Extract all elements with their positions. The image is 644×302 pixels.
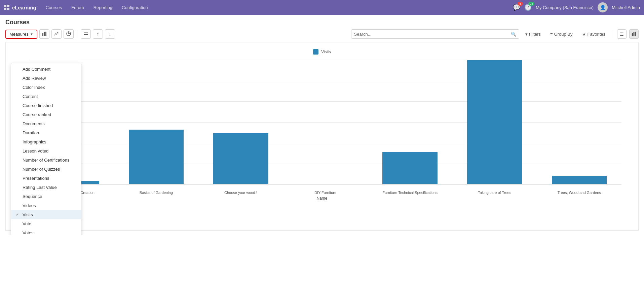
page-content: Courses Measures ▼ [0, 15, 644, 235]
measures-item-label: Color Index [23, 85, 45, 90]
sort-asc-icon: ↑ [97, 31, 99, 37]
x-axis: Basics of Furniture CreationBasics of Ga… [29, 191, 621, 195]
svg-rect-2 [45, 32, 46, 36]
avatar[interactable]: 👤 [598, 2, 608, 12]
topnav: eLearning Courses Forum Reporting Config… [0, 0, 644, 15]
search-bar[interactable]: 🔍 [351, 29, 519, 39]
measures-item-course-ranked[interactable]: Course ranked [11, 110, 81, 119]
svg-rect-9 [634, 32, 635, 36]
measures-item-label: Sequence [23, 194, 42, 199]
measures-item-number-of-certifications[interactable]: Number of Certifications [11, 156, 81, 165]
legend-label: Visits [321, 49, 331, 54]
sort-asc-button[interactable]: ↑ [93, 29, 103, 39]
measures-item-content[interactable]: Content [11, 92, 81, 101]
filters-label: Filters [529, 32, 541, 37]
chart-bar[interactable] [213, 133, 268, 184]
measures-item-color-index[interactable]: Color Index [11, 83, 81, 92]
bar-chart-icon [42, 31, 47, 37]
view-divider [613, 30, 613, 38]
measures-item-label: Number of Quizzes [23, 167, 60, 172]
measures-item-rating-last-value[interactable]: Rating Last Value [11, 183, 81, 192]
bar-group [114, 60, 199, 184]
measures-item-label: Visits [23, 212, 33, 217]
chart-view-button[interactable] [629, 29, 639, 39]
search-icon: 🔍 [511, 32, 516, 37]
measures-item-sequence[interactable]: Sequence [11, 192, 81, 201]
bar-group [283, 60, 368, 184]
pie-chart-type-button[interactable] [64, 29, 74, 39]
bar-group [368, 60, 452, 184]
x-axis-label: Trees, Wood and Gardens [537, 191, 621, 195]
chart-plot: Visits 0 Basics of Furnitur [23, 60, 621, 195]
measures-item-documents[interactable]: Documents [11, 119, 81, 128]
measures-item-course-finished[interactable]: Course finished [11, 101, 81, 110]
measures-item-label: Presentations [23, 176, 49, 181]
chat-badge: 5 [518, 2, 523, 6]
chart-bar[interactable] [129, 130, 184, 184]
svg-rect-7 [84, 32, 88, 33]
bar-group [198, 60, 283, 184]
measures-item-lesson-voted[interactable]: Lesson voted [11, 146, 81, 156]
groupby-button[interactable]: ≡ Group By [547, 30, 576, 38]
measures-item-label: Infographics [23, 139, 46, 144]
measures-item-votes[interactable]: Votes [11, 228, 81, 235]
list-view-button[interactable]: ☰ [617, 29, 627, 39]
clock-icon-badge[interactable]: 🕐 24 [524, 4, 532, 11]
toolbar-left: Measures ▼ [5, 29, 115, 39]
bar-chart-type-button[interactable] [39, 29, 49, 39]
measures-item-label: Number of Certifications [23, 158, 69, 163]
company-name[interactable]: My Company (San Francisco) [536, 5, 594, 10]
x-axis-label: Taking care of Trees [452, 191, 537, 195]
measures-item-label: Add Review [23, 76, 46, 81]
sort-desc-button[interactable]: ↓ [105, 29, 115, 39]
menu-courses[interactable]: Courses [42, 3, 66, 12]
measures-item-label: Course finished [23, 103, 53, 108]
app-logo[interactable]: eLearning [4, 5, 36, 10]
measures-item-label: Lesson voted [23, 148, 48, 154]
chart-legend: Visits [23, 49, 621, 55]
svg-rect-6 [84, 34, 88, 35]
line-chart-type-button[interactable] [51, 29, 62, 39]
measures-item-duration[interactable]: Duration [11, 128, 81, 137]
measures-button[interactable]: Measures ▼ [5, 30, 37, 39]
measures-caret-icon: ▼ [30, 32, 33, 36]
check-icon: ✓ [16, 212, 21, 217]
chart-bar[interactable] [467, 60, 522, 184]
measures-item-label: Duration [23, 130, 39, 135]
stacked-icon [83, 31, 88, 37]
svg-rect-10 [635, 32, 636, 36]
bar-group [452, 60, 537, 184]
menu-configuration[interactable]: Configuration [118, 3, 152, 12]
measures-item-add-review[interactable]: Add Review [11, 74, 81, 83]
measures-item-visits[interactable]: ✓Visits [11, 210, 81, 219]
chart-bar[interactable] [552, 176, 607, 184]
groupby-icon: ≡ [550, 32, 553, 37]
measures-item-number-of-quizzes[interactable]: Number of Quizzes [11, 165, 81, 174]
measures-item-presentations[interactable]: Presentations [11, 174, 81, 183]
search-input[interactable] [354, 32, 511, 37]
measures-item-label: Course ranked [23, 112, 51, 117]
svg-rect-8 [632, 33, 633, 36]
measures-item-label: Videos [23, 203, 36, 208]
measures-item-vote[interactable]: Vote [11, 219, 81, 228]
stacked-button[interactable] [81, 29, 91, 39]
menu-reporting[interactable]: Reporting [89, 3, 116, 12]
x-axis-title: Name [23, 196, 621, 201]
measures-item-videos[interactable]: Videos [11, 201, 81, 210]
x-axis-label: Furniture Technical Specifications [368, 191, 452, 195]
page-title: Courses [5, 19, 639, 26]
filter-icon: ▾ [525, 32, 528, 37]
star-icon: ★ [582, 32, 586, 37]
chart-bar[interactable] [382, 152, 438, 184]
menu-forum[interactable]: Forum [67, 3, 88, 12]
filters-button[interactable]: ▾ Filters [522, 30, 544, 38]
favorites-label: Favorites [588, 32, 605, 37]
bars-container [29, 60, 621, 184]
measures-item-infographics[interactable]: Infographics [11, 137, 81, 146]
list-view-icon: ☰ [620, 32, 624, 37]
svg-rect-1 [44, 32, 45, 36]
measures-item-add-comment[interactable]: Add Comment [11, 65, 81, 74]
favorites-button[interactable]: ★ Favorites [579, 30, 609, 38]
chat-icon-badge[interactable]: 💬 5 [513, 4, 520, 11]
svg-rect-0 [42, 33, 43, 36]
